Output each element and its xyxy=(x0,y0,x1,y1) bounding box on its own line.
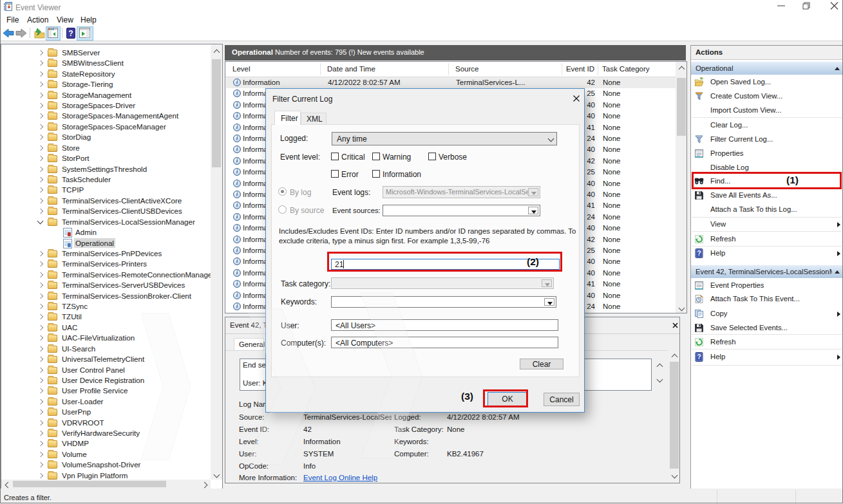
svg-text:?: ? xyxy=(697,249,701,257)
svg-text:?: ? xyxy=(697,353,701,360)
svg-text:?: ? xyxy=(68,29,73,38)
